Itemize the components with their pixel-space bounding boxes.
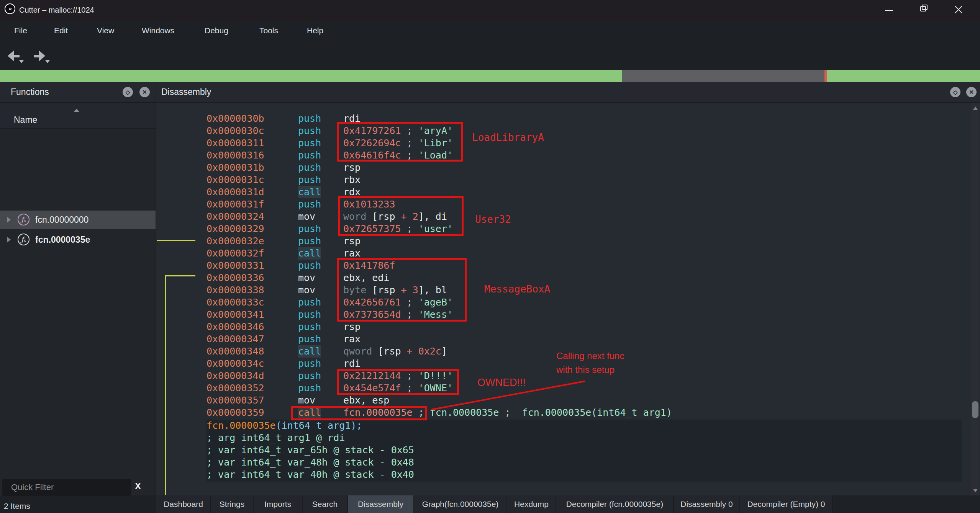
address: 0x0000031b <box>206 162 298 174</box>
tab-disassembly[interactable]: Disassembly <box>348 495 413 513</box>
strip-segment-gray <box>622 70 824 82</box>
close-button[interactable] <box>946 0 969 18</box>
address: 0x00000359 <box>206 407 298 419</box>
scroll-down-icon[interactable] <box>973 489 978 492</box>
restore-button[interactable] <box>912 0 935 18</box>
menu-tools[interactable]: Tools <box>256 21 281 40</box>
function-row-fcn.00000000[interactable]: ƒxfcn.00000000 <box>0 211 156 229</box>
annotation-box-messagebox <box>337 258 467 322</box>
signature-line: ; var int64_t var_65h @ stack - 0x65 <box>206 444 962 456</box>
mnemonic: mov <box>298 211 315 223</box>
signature-line: fcn.0000035e(int64_t arg1); <box>206 420 962 432</box>
function-icon: ƒx <box>18 234 29 245</box>
operands: qword [rsp + 0x2c] <box>343 345 447 358</box>
back-button[interactable] <box>8 51 26 64</box>
tab-imports[interactable]: Imports <box>254 495 302 513</box>
menu-debug[interactable]: Debug <box>202 21 231 40</box>
annotation-box-loadlibrary <box>337 122 463 162</box>
menu-help[interactable]: Help <box>304 21 326 40</box>
address: 0x0000031c <box>206 174 298 186</box>
jump-line <box>165 275 166 495</box>
tab-decompiler-empty-0[interactable]: Decompiler (Empty) 0 <box>740 495 832 513</box>
address: 0x0000034d <box>206 370 298 382</box>
cutter-window: « Cutter – malloc://1024 FileEditViewWin… <box>0 0 980 513</box>
address: 0x00000352 <box>206 382 298 394</box>
strip-segment-green2 <box>827 70 980 82</box>
mnemonic: push <box>298 309 321 321</box>
address: 0x00000341 <box>206 309 298 321</box>
menu-bar: FileEditViewWindowsDebugToolsHelp <box>0 21 980 40</box>
mnemonic: push <box>298 162 321 174</box>
address: 0x0000032e <box>206 235 298 247</box>
tab-strings[interactable]: Strings <box>211 495 253 513</box>
tab-disassembly-0[interactable]: Disassembly 0 <box>674 495 739 513</box>
menu-view[interactable]: View <box>94 21 117 40</box>
disasm-row-0x00000347[interactable]: 0x00000347pushrax <box>206 333 672 345</box>
operands: rsp <box>343 235 361 247</box>
mnemonic: push <box>298 198 321 211</box>
operands: rsp <box>343 321 361 333</box>
disasm-row-0x00000346[interactable]: 0x00000346pushrsp <box>206 321 672 333</box>
disasm-row-0x0000032e[interactable]: 0x0000032epushrsp <box>206 235 672 247</box>
functions-column-header[interactable]: Name <box>0 103 156 129</box>
expand-icon[interactable] <box>7 237 11 243</box>
expand-icon[interactable] <box>7 217 11 223</box>
tab-bar-filler <box>833 495 980 513</box>
back-dropdown-icon <box>19 60 24 63</box>
tab-dashboard[interactable]: Dashboard <box>156 495 210 513</box>
operands: ebx, esp <box>343 394 389 407</box>
items-count-status: 2 Items <box>4 502 30 511</box>
address: 0x00000336 <box>206 272 298 284</box>
tab-hexdump[interactable]: Hexdump <box>507 495 556 513</box>
disassembly-panel: Disassembly ◇ ✕ 0x0000030bpushrdi0x00000… <box>156 82 980 495</box>
close-panel-icon[interactable]: ✕ <box>966 87 977 97</box>
address: 0x00000347 <box>206 333 298 345</box>
address: 0x00000324 <box>206 211 298 223</box>
disassembly-panel-title: Disassembly <box>161 87 211 97</box>
menu-edit[interactable]: Edit <box>51 21 71 40</box>
mnemonic: push <box>298 333 321 345</box>
mnemonic: push <box>298 370 321 382</box>
address: 0x0000030b <box>206 113 298 125</box>
disasm-row-0x0000031c[interactable]: 0x0000031cpushrbx <box>206 174 672 186</box>
scrollbar[interactable] <box>971 103 979 495</box>
tab-decompiler-fcn-0000035e-[interactable]: Decompiler (fcn.0000035e) <box>556 495 673 513</box>
disasm-row-0x00000357[interactable]: 0x00000357movebx, esp <box>206 394 672 407</box>
minimize-button[interactable] <box>877 0 900 18</box>
address: 0x00000357 <box>206 394 298 407</box>
close-panel-icon[interactable]: ✕ <box>139 87 150 97</box>
address: 0x0000031f <box>206 198 298 211</box>
menu-file[interactable]: File <box>11 21 30 40</box>
mnemonic: call <box>298 247 321 260</box>
address: 0x00000338 <box>206 284 298 296</box>
tab-graph-fcn-0000035e-[interactable]: Graph(fcn.0000035e) <box>414 495 506 513</box>
operands: rdi <box>343 358 361 370</box>
undock-icon[interactable]: ◇ <box>950 87 960 97</box>
scroll-up-icon[interactable] <box>973 106 978 110</box>
function-name: fcn.00000000 <box>35 215 88 225</box>
scrollbar-thumb[interactable] <box>972 401 978 418</box>
undock-icon[interactable]: ◇ <box>123 87 133 97</box>
function-icon: ƒx <box>18 214 29 225</box>
disasm-row-0x0000031b[interactable]: 0x0000031bpushrsp <box>206 162 672 174</box>
menu-windows[interactable]: Windows <box>139 21 177 40</box>
mnemonic: push <box>298 113 321 125</box>
clear-filter-button[interactable]: X <box>135 481 141 492</box>
function-row-fcn.0000035e[interactable]: ƒxfcn.0000035e <box>0 230 156 249</box>
jump-line <box>157 240 195 241</box>
annotation-user32: User32 <box>475 214 511 225</box>
mnemonic: push <box>298 235 321 247</box>
mnemonic: mov <box>298 284 315 296</box>
tab-search[interactable]: Search <box>303 495 347 513</box>
function-name: fcn.0000035e <box>35 235 90 245</box>
disassembly-panel-header: Disassembly ◇ ✕ <box>156 82 980 103</box>
forward-button[interactable] <box>33 51 51 64</box>
address: 0x0000032f <box>206 247 298 260</box>
address: 0x00000311 <box>206 137 298 149</box>
quick-filter-input[interactable] <box>2 479 132 496</box>
address: 0x0000033c <box>206 296 298 309</box>
mnemonic: mov <box>298 272 315 284</box>
operands: rbx <box>343 174 361 186</box>
function-signature-block: fcn.0000035e(int64_t arg1);; arg int64_t… <box>206 420 962 482</box>
annotation-box-owned <box>337 369 459 395</box>
